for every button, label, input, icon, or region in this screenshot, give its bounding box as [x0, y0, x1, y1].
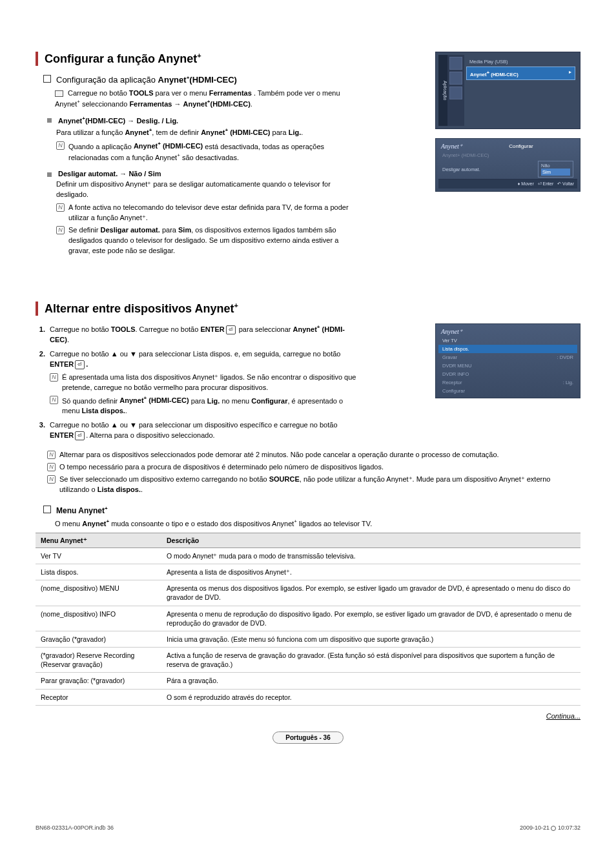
- table-cell-menu: Lista dispos.: [36, 564, 161, 580]
- feature-autooff-body: Definir um dispositivo Anynet⁺ para se d…: [56, 179, 358, 200]
- feature-autooff: Desligar automat. → Não / Sim: [45, 170, 358, 178]
- osd-application-menu: Aplicação Media Play (USB) Anynet+ (HDMI…: [435, 52, 580, 129]
- feature-autooff-note1: A fonte activa no telecomando do televis…: [56, 203, 358, 223]
- table-header-menu: Menu Anynet⁺: [36, 533, 161, 547]
- anynet-menu-table: Menu Anynet⁺ Descrição Ver TVO modo Anyn…: [36, 533, 580, 706]
- step-1: Carregue no botão TOOLS. Carregue no bot…: [47, 323, 358, 345]
- feature-anynet-body: Para utilizar a função Anynet+, tem de d…: [56, 127, 358, 138]
- table-row: (nome_dispositivo) INFOApresenta o menu …: [36, 606, 580, 631]
- table-cell-desc: Inicia uma gravação. (Este menu só funci…: [161, 631, 580, 647]
- table-cell-menu: Parar gravação: (*gravador): [36, 673, 161, 689]
- page-footer: BN68-02331A-00POR.indb 36 2009-10-21 10:…: [36, 824, 580, 831]
- note-icon: [56, 226, 65, 234]
- osd-row-anynet[interactable]: Anynet+ (HDMI-CEC): [438, 151, 577, 159]
- feature-anynet-note: Quando a aplicação Anynet+ (HDMI-CEC) es…: [56, 141, 358, 163]
- checkbox-icon: [43, 506, 51, 513]
- table-row: Gravação (*gravador)Inicia uma gravação.…: [36, 631, 580, 647]
- anynet-logo: Anynet⁺: [438, 327, 577, 336]
- table-cell-desc: Activa a função de reserva de gravação d…: [161, 648, 580, 673]
- note-icon: [47, 463, 56, 471]
- osd-icon: [449, 57, 462, 70]
- config-subheading: Configuração da aplicação Anynet+(HDMI-C…: [43, 74, 358, 85]
- clock-icon: [551, 826, 556, 831]
- table-header-desc: Descrição: [161, 533, 580, 547]
- section2-title: Alternar entre dispositivos Anynet+: [45, 302, 580, 316]
- plus-sup: +: [197, 52, 201, 59]
- step2-note2: Só quando definir Anynet+ (HDMI-CEC) par…: [50, 395, 358, 417]
- global-note-2: O tempo necessário para a procura de dis…: [47, 462, 580, 473]
- step2-note1: É apresentada uma lista dos dispositivos…: [50, 373, 358, 393]
- osd-menu-item[interactable]: Receptor: Lig.: [438, 378, 577, 387]
- osd-menu-item[interactable]: Configurar: [438, 387, 577, 395]
- osd-icon: [449, 87, 462, 99]
- table-cell-menu: Ver TV: [36, 547, 161, 564]
- enter-icon: ⏎: [226, 325, 236, 334]
- square-bullet-icon: [47, 118, 52, 123]
- table-cell-menu: (nome_dispositivo) MENU: [36, 580, 161, 606]
- footer-filename: BN68-02331A-00POR.indb 36: [36, 824, 114, 831]
- note-icon: [56, 141, 65, 150]
- osd-selected-value[interactable]: Sim: [541, 169, 570, 176]
- table-cell-menu: Gravação (*gravador): [36, 631, 161, 647]
- table-cell-menu: (*gravador) Reserve Recording (Reservar …: [36, 648, 161, 673]
- osd-menu-item[interactable]: Ver TV: [438, 336, 577, 345]
- table-row: Parar gravação: (*gravador)Pára a gravaç…: [36, 673, 580, 689]
- osd-config-title: Configurar: [465, 143, 577, 149]
- osd-item-media-play[interactable]: Media Play (USB): [466, 57, 575, 66]
- table-row: Lista dispos.Apresenta a lista de dispos…: [36, 564, 580, 580]
- enter-icon: ⏎: [75, 431, 85, 440]
- table-cell-desc: Pára a gravação.: [161, 673, 580, 689]
- feature-anynet-toggle: Anynet+(HDMI-CEC) → Deslig. / Lig.: [45, 116, 358, 125]
- feature-autooff-note2: Se definir Desligar automat. para Sim, o…: [56, 225, 358, 256]
- square-bullet-icon: [47, 172, 52, 177]
- osd-item-anynet[interactable]: Anynet+ (HDMI-CEC) ▸: [466, 66, 575, 80]
- osd-menu-item[interactable]: DVDR INFO: [438, 370, 577, 378]
- section2-title-text: Alternar entre dispositivos Anynet: [45, 302, 234, 315]
- section1-title-text: Configurar a função Anynet: [45, 52, 197, 65]
- section1-heading-bar: Configurar a função Anynet+: [36, 52, 358, 66]
- osd-footer: ♦ Mover ⏎ Enter ↶ Voltar: [438, 179, 577, 189]
- table-cell-desc: Apresenta o menu de reprodução do dispos…: [161, 606, 580, 631]
- menu-anynet-heading: Menu Anynet+: [43, 504, 580, 515]
- global-note-1: Alternar para os dispositivos selecciona…: [47, 450, 580, 460]
- table-row: Ver TVO modo Anynet⁺ muda para o modo de…: [36, 547, 580, 564]
- enter-icon: ⏎: [75, 360, 85, 369]
- checkbox-icon: [43, 75, 51, 83]
- table-cell-desc: O som é reproduzido através do receptor.: [161, 689, 580, 705]
- table-cell-desc: Apresenta os menus dos dispositivos liga…: [161, 580, 580, 606]
- step-3: Carregue no botão ▲ ou ▼ para selecciona…: [47, 420, 358, 441]
- note-icon: [50, 396, 58, 404]
- note-icon: [50, 373, 58, 382]
- global-note-3: Se tiver seleccionado um dispositivo ext…: [47, 475, 580, 495]
- footer-date: 2009-10-21: [520, 824, 551, 831]
- table-cell-desc: Apresenta a lista de dispositivos Anynet…: [161, 564, 580, 580]
- osd-value-box[interactable]: Não Sim: [538, 161, 573, 178]
- anynet-logo: Anynet⁺: [438, 141, 465, 151]
- section2-heading-bar: Alternar entre dispositivos Anynet+: [36, 302, 580, 316]
- osd-row-autooff[interactable]: Desligar automat. Não Sim: [438, 159, 577, 179]
- table-cell-menu: (nome_dispositivo) INFO: [36, 606, 161, 631]
- note-icon: [47, 451, 56, 459]
- osd-configure-panel: Anynet⁺ Configurar Anynet+ (HDMI-CEC) De…: [435, 138, 580, 192]
- osd-menu-item-selected[interactable]: Lista dispos.: [438, 345, 577, 353]
- osd-menu-item[interactable]: Gravar: DVDR: [438, 353, 577, 362]
- osd-menu-item[interactable]: DVDR MENU: [438, 362, 577, 370]
- osd-anynet-menu: Anynet⁺ Ver TV Lista dispos. Gravar: DVD…: [435, 323, 580, 398]
- language-page-pill: Português - 36: [272, 731, 344, 744]
- table-row: (*gravador) Reserve Recording (Reservar …: [36, 648, 580, 673]
- step-2: Carregue no botão ▲ ou ▼ para selecciona…: [47, 349, 358, 416]
- note-icon: [56, 203, 65, 212]
- osd-icon-column: [447, 55, 464, 126]
- osd-vertical-tab: Aplicação: [438, 55, 447, 126]
- osd-icon: [449, 72, 462, 85]
- menu-anynet-intro: O menu Anynet+ muda consoante o tipo e o…: [55, 518, 580, 529]
- note-icon: [47, 475, 56, 484]
- table-row: (nome_dispositivo) MENUApresenta os menu…: [36, 580, 580, 606]
- steps-list: Carregue no botão TOOLS. Carregue no bot…: [47, 323, 358, 441]
- tools-instruction: Carregue no botão TOOLS para ver o menu …: [55, 88, 358, 109]
- footer-time: 10:07:32: [558, 824, 580, 831]
- section1-title: Configurar a função Anynet+: [45, 52, 358, 66]
- tools-icon: [55, 90, 63, 97]
- table-cell-desc: O modo Anynet⁺ muda para o modo de trans…: [161, 547, 580, 564]
- table-cell-menu: Receptor: [36, 689, 161, 705]
